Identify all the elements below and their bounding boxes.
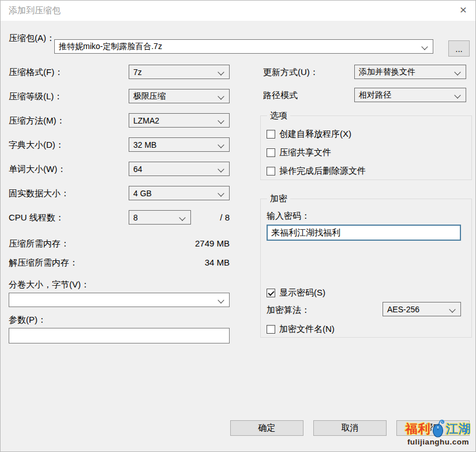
watermark-logo: 福利 江湖 fulijianghu.com [400,419,476,446]
watermark-text-row: 福利 江湖 [400,419,476,438]
format-label: 压缩格式(F)： [9,67,63,78]
titlebar: 添加到压缩包 × [1,1,475,21]
show-password-checkbox[interactable] [267,289,275,297]
close-icon[interactable]: × [453,1,473,19]
format-value: 7z [133,68,142,77]
encrypt-filenames-label: 加密文件名(N) [279,324,335,335]
volume-size-label: 分卷大小，字节(V)： [9,279,89,290]
update-mode-label: 更新方式(U)： [263,67,318,78]
parameters-label: 参数(P)： [9,315,46,326]
archive-name-combobox[interactable]: 推特妮miko-定制露脸百合.7z [54,39,433,54]
update-mode-combobox[interactable]: 添加并替换文件 [354,65,466,79]
encrypt-filenames-checkbox[interactable] [267,325,275,334]
cpu-threads-combobox[interactable]: 8 [129,210,191,225]
method-label: 压缩方法(M)： [9,115,65,126]
solid-size-label: 固实数据大小： [9,188,69,199]
encryption-group-title: 加密 [267,193,290,204]
browse-button[interactable]: ... [448,40,470,57]
path-mode-value: 相对路径 [359,90,391,100]
add-to-archive-dialog: 添加到压缩包 × 压缩包(A)： 推特妮miko-定制露脸百合.7z ... 压… [0,0,476,452]
dictionary-combobox[interactable]: 32 MB [129,137,230,152]
create-sfx-checkbox-row[interactable]: 创建自释放程序(X) [267,129,351,140]
word-size-value: 64 [133,165,143,174]
method-combobox[interactable]: LZMA2 [129,113,230,128]
decompress-memory-value: 34 MB [162,257,230,267]
update-mode-value: 添加并替换文件 [359,67,415,77]
ok-button-label: 确定 [258,423,276,434]
cancel-button-label: 取消 [342,423,359,434]
dictionary-value: 32 MB [133,140,156,150]
password-label: 输入密码： [267,211,310,222]
archive-name-value: 推特妮miko-定制露脸百合.7z [59,42,162,52]
compress-memory-label: 压缩所需内存： [9,238,69,249]
method-value: LZMA2 [133,116,159,125]
show-password-label: 显示密码(S) [279,287,325,298]
watermark-url: fulijianghu.com [400,438,476,446]
watermark-text-right: 江湖 [446,423,471,435]
path-mode-label: 路径模式 [263,90,298,101]
parameters-input[interactable] [9,328,230,343]
ok-button[interactable]: 确定 [230,420,303,436]
dialog-title: 添加到压缩包 [9,5,61,16]
password-input[interactable] [267,225,461,241]
delete-after-checkbox[interactable] [267,167,275,175]
path-mode-combobox[interactable]: 相对路径 [354,88,466,102]
create-sfx-checkbox[interactable] [267,130,275,139]
cancel-button[interactable]: 取消 [313,420,387,436]
options-group-title: 选项 [267,110,290,121]
decompress-memory-label: 解压缩所需内存： [9,257,78,268]
word-size-label: 单词大小(W)： [9,164,66,175]
archive-label: 压缩包(A)： [9,33,55,44]
level-value: 极限压缩 [133,91,166,102]
cpu-threads-value: 8 [133,213,138,222]
word-size-combobox[interactable]: 64 [129,162,230,176]
compress-shared-label: 压缩共享文件 [279,147,331,158]
cpu-threads-label: CPU 线程数： [9,212,64,223]
encrypt-filenames-checkbox-row[interactable]: 加密文件名(N) [267,324,335,335]
compress-shared-checkbox[interactable] [267,148,275,157]
dictionary-label: 字典大小(D)： [9,140,64,151]
volume-size-combobox[interactable] [9,293,230,307]
compress-shared-checkbox-row[interactable]: 压缩共享文件 [267,147,331,158]
create-sfx-label: 创建自释放程序(X) [279,129,351,140]
level-label: 压缩等级(L)： [9,91,62,102]
encryption-method-label: 加密算法： [267,305,310,316]
delete-after-checkbox-row[interactable]: 操作完成后删除源文件 [267,166,366,177]
solid-size-value: 4 GB [133,189,152,198]
mouse-icon [432,419,445,438]
browse-button-label: ... [455,44,463,54]
show-password-checkbox-row[interactable]: 显示密码(S) [267,287,325,298]
compress-memory-value: 2749 MB [162,238,230,248]
solid-size-combobox[interactable]: 4 GB [129,186,230,200]
format-combobox[interactable]: 7z [129,65,230,79]
cpu-threads-total: / 8 [203,212,230,222]
watermark-text-left: 福利 [406,423,431,435]
delete-after-label: 操作完成后删除源文件 [279,166,366,177]
encryption-method-value: AES-256 [387,305,419,314]
level-combobox[interactable]: 极限压缩 [129,89,230,103]
encryption-method-combobox[interactable]: AES-256 [383,302,461,316]
